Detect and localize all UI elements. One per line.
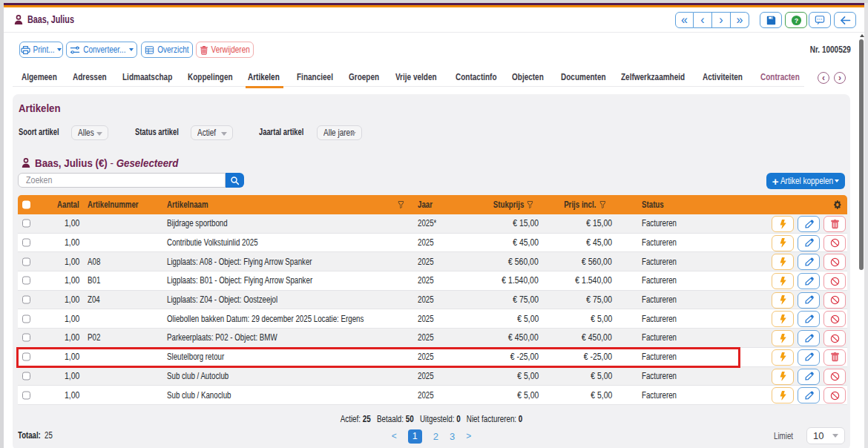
svg-text:?: ?	[794, 16, 798, 24]
